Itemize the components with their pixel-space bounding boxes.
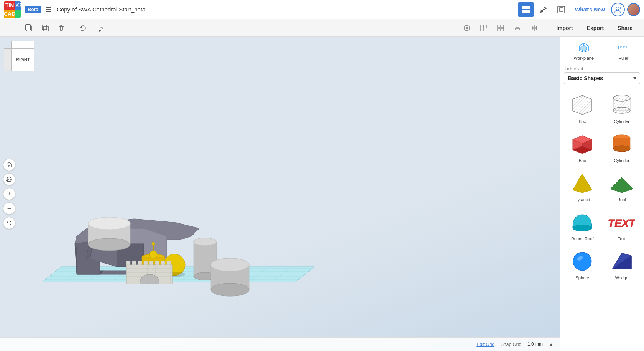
svg-point-115: [613, 107, 630, 113]
mirror-btn[interactable]: [527, 21, 541, 35]
svg-marker-99: [581, 45, 587, 51]
svg-marker-27: [535, 26, 537, 30]
home-btn[interactable]: [3, 159, 15, 171]
shape-box-wire-label: Box: [579, 119, 586, 124]
shape-roof-green[interactable]: Roof: [603, 167, 641, 204]
duplicate-button[interactable]: [38, 21, 52, 35]
svg-rect-8: [10, 25, 16, 31]
logo-empty: [15, 10, 21, 18]
svg-point-61: [88, 238, 130, 251]
svg-point-127: [573, 225, 592, 231]
shape-wedge-label: Wedge: [615, 276, 628, 280]
svg-rect-77: [150, 261, 153, 265]
zoom-in-btn[interactable]: +: [3, 188, 15, 200]
cube-top-face[interactable]: [12, 41, 34, 48]
viewport-area[interactable]: RIGHT + −: [0, 37, 560, 351]
snap-grid-value[interactable]: 1.0 mm: [527, 341, 543, 347]
avatar[interactable]: [627, 3, 640, 16]
redo-button[interactable]: [92, 21, 106, 35]
box-wire-image: [567, 92, 598, 118]
svg-rect-79: [161, 261, 165, 265]
toolbar: Import Export Share: [0, 19, 644, 37]
grid-svg: [19, 159, 318, 336]
shape-round-roof-teal[interactable]: Round Roof: [564, 207, 601, 243]
library-provider: Tinkercad: [565, 66, 583, 71]
cube-front-face[interactable]: RIGHT: [12, 48, 34, 71]
edit-grid-label[interactable]: Edit Grid: [476, 342, 495, 347]
wedge-navy-image: [606, 248, 637, 275]
reset-view-btn[interactable]: [3, 217, 15, 229]
svg-rect-5: [558, 6, 565, 13]
snap-grid-arrow[interactable]: ▲: [549, 342, 554, 347]
box-red-image: [567, 131, 598, 157]
svg-rect-17: [481, 28, 484, 31]
svg-rect-23: [516, 26, 519, 28]
svg-rect-74: [132, 261, 136, 265]
shape-cylinder-wire[interactable]: Cylinder: [603, 89, 641, 126]
doc-title[interactable]: Copy of SWA Cathedral Start_beta: [57, 6, 145, 13]
add-user-button[interactable]: [611, 3, 625, 16]
shape-text-red[interactable]: TEXT Text: [603, 207, 641, 243]
snap-grid-label: Snap Grid: [501, 342, 521, 347]
logo-cad: CAD: [4, 10, 15, 18]
shape-wedge-navy[interactable]: Wedge: [603, 246, 641, 282]
orbit-btn[interactable]: [3, 173, 15, 185]
svg-point-69: [152, 242, 155, 245]
shape-cylinder-orange[interactable]: Cylinder: [603, 128, 641, 165]
svg-rect-19: [501, 25, 504, 28]
grid-view-btn[interactable]: [518, 2, 534, 17]
sphere-blue-image: [567, 248, 598, 275]
ruler-button[interactable]: Ruler: [616, 41, 630, 61]
shape-sphere-blue[interactable]: Sphere: [564, 246, 601, 282]
zoom-out-btn[interactable]: −: [3, 202, 15, 215]
svg-marker-126: [610, 177, 633, 193]
point-btn[interactable]: [460, 21, 474, 35]
group-btn[interactable]: [477, 21, 491, 35]
whats-new-button[interactable]: What's New: [571, 4, 609, 15]
new-button[interactable]: [6, 21, 20, 35]
library-dropdown[interactable]: Basic Shapes: [564, 72, 640, 84]
tools-btn[interactable]: [536, 2, 551, 17]
roof-green-image: [606, 170, 637, 197]
ungroup-btn[interactable]: [494, 21, 508, 35]
export-button[interactable]: Export: [582, 23, 609, 33]
shape-sphere-label: Sphere: [576, 276, 589, 280]
view-cube[interactable]: RIGHT: [4, 41, 34, 71]
view-label: RIGHT: [16, 57, 30, 62]
svg-point-129: [573, 252, 591, 271]
right-panel: Workplane Ruler Tinkercad: [560, 37, 644, 351]
workplane-button[interactable]: Workplane: [574, 41, 594, 61]
shape-cylinder-wire-label: Cylinder: [614, 119, 629, 124]
svg-rect-80: [167, 261, 171, 265]
svg-rect-28: [8, 166, 10, 167]
svg-rect-21: [501, 28, 504, 31]
share-button[interactable]: Share: [612, 23, 638, 33]
logo: TIN KER CAD: [4, 1, 21, 18]
svg-rect-20: [498, 28, 500, 31]
shape-pyramid-yellow[interactable]: Pyramid: [564, 167, 601, 204]
svg-rect-16: [484, 25, 487, 28]
undo-button[interactable]: [76, 21, 90, 35]
import-button[interactable]: Import: [551, 23, 578, 33]
svg-point-122: [613, 146, 630, 152]
logo-tin: TIN: [4, 1, 15, 10]
svg-point-14: [466, 27, 468, 29]
svg-rect-73: [127, 261, 130, 265]
shape-box-red-label: Box: [579, 158, 586, 163]
svg-rect-75: [138, 261, 142, 265]
cube-side-face[interactable]: [4, 48, 12, 71]
align-btn[interactable]: [511, 21, 524, 35]
left-controls: + −: [3, 159, 15, 229]
shape-box-wire[interactable]: Box: [564, 89, 601, 126]
delete-button[interactable]: [54, 21, 68, 35]
shape-box-red[interactable]: Box: [564, 128, 601, 165]
ruler-label: Ruler: [618, 56, 628, 61]
svg-marker-124: [573, 174, 592, 193]
svg-text:TEXT: TEXT: [608, 217, 635, 229]
svg-point-7: [616, 7, 619, 10]
copy-button[interactable]: [22, 21, 36, 35]
frame-btn[interactable]: [554, 2, 569, 17]
beta-badge: Beta: [25, 6, 41, 13]
canvas-3d[interactable]: RIGHT + −: [0, 37, 560, 351]
main-area: RIGHT + −: [0, 37, 644, 351]
